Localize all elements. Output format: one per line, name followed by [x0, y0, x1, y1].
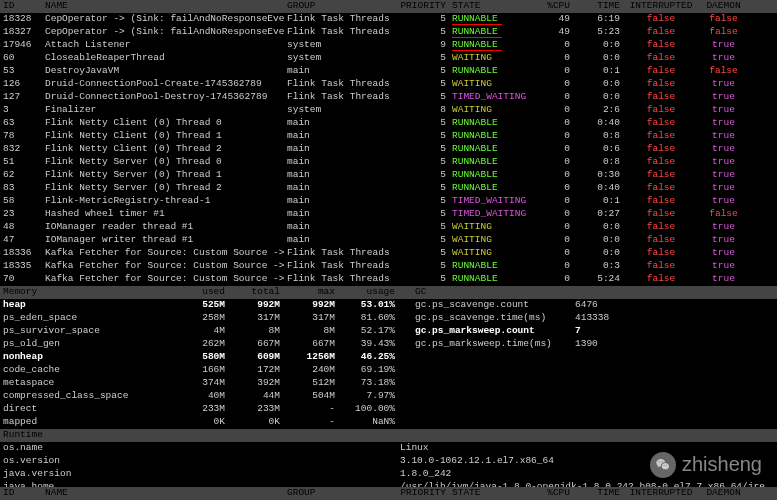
col-cpu: %CPU: [536, 0, 576, 13]
memory-row: metaspace374M392M512M73.18%: [0, 377, 777, 390]
table-row[interactable]: 58Flink-MetricRegistry-thread-1main5TIME…: [0, 195, 777, 208]
table-row[interactable]: 127Druid-ConnectionPool-Destroy-17453627…: [0, 91, 777, 104]
table-row[interactable]: 78Flink Netty Client (0) Thread 1main5RU…: [0, 130, 777, 143]
col-priority: PRIORITY: [397, 0, 452, 13]
memory-col-used: used: [170, 286, 225, 299]
col-state: STATE: [452, 0, 536, 13]
table-row[interactable]: 18335Kafka Fetcher for Source: Custom So…: [0, 260, 777, 273]
table-row[interactable]: 23Hashed wheel timer #1main5TIMED_WAITIN…: [0, 208, 777, 221]
memory-row: direct233M233M-100.00%: [0, 403, 777, 416]
table-row[interactable]: 18336Kafka Fetcher for Source: Custom So…: [0, 247, 777, 260]
watermark-text: zhisheng: [682, 451, 762, 478]
thread-table-header: ID NAME GROUP PRIORITY STATE %CPU TIME I…: [0, 0, 777, 13]
annotation-underline: [452, 37, 502, 38]
memory-col-max: max: [280, 286, 335, 299]
memory-col-total: total: [225, 286, 280, 299]
wechat-icon: [650, 452, 676, 478]
table-row[interactable]: 70Kafka Fetcher for Source: Custom Sourc…: [0, 273, 777, 286]
table-row[interactable]: 18328CepOperator -> (Sink: failAndNoResp…: [0, 13, 777, 26]
table-row[interactable]: 47IOManager writer thread #1main5WAITING…: [0, 234, 777, 247]
col-interrupted: INTERRUPTED: [626, 0, 696, 13]
memory-row: heap525M992M992M53.01%gc.ps_scavenge.cou…: [0, 299, 777, 312]
col-group: GROUP: [287, 0, 397, 13]
memory-header: Memory used total max usage GC: [0, 286, 777, 299]
memory-col-usage: usage: [335, 286, 395, 299]
table-row[interactable]: 832Flink Netty Client (0) Thread 2main5R…: [0, 143, 777, 156]
table-row[interactable]: 17946Attach Listenersystem9RUNNABLE00:0f…: [0, 39, 777, 52]
thread-table-header-bottom: ID NAME GROUP PRIORITY STATE %CPU TIME I…: [0, 487, 777, 500]
col-daemon: DAEMON: [696, 0, 751, 13]
memory-title: Memory: [0, 286, 170, 299]
memory-row: ps_old_gen262M667M667M39.43%gc.ps_marksw…: [0, 338, 777, 351]
col-id: ID: [0, 0, 45, 13]
table-row[interactable]: 60CloseableReaperThreadsystem5WAITING00:…: [0, 52, 777, 65]
annotation-underline: [452, 24, 502, 25]
memory-row: code_cache166M172M240M69.19%: [0, 364, 777, 377]
table-row[interactable]: 62Flink Netty Server (0) Thread 1main5RU…: [0, 169, 777, 182]
memory-body: heap525M992M992M53.01%gc.ps_scavenge.cou…: [0, 299, 777, 429]
memory-row: ps_survivor_space4M8M8M52.17%gc.ps_marks…: [0, 325, 777, 338]
table-row[interactable]: 18327CepOperator -> (Sink: failAndNoResp…: [0, 26, 777, 39]
annotation-underline: [452, 50, 502, 51]
memory-row: ps_eden_space258M317M317M81.60%gc.ps_sca…: [0, 312, 777, 325]
memory-row: compressed_class_space40M44M504M7.97%: [0, 390, 777, 403]
thread-table-body: 18328CepOperator -> (Sink: failAndNoResp…: [0, 13, 777, 286]
memory-row: nonheap580M609M1256M46.25%: [0, 351, 777, 364]
col-time: TIME: [576, 0, 626, 13]
col-name: NAME: [45, 0, 287, 13]
table-row[interactable]: 63Flink Netty Client (0) Thread 0main5RU…: [0, 117, 777, 130]
table-row[interactable]: 51Flink Netty Server (0) Thread 0main5RU…: [0, 156, 777, 169]
watermark: zhisheng: [650, 451, 762, 478]
table-row[interactable]: 3Finalizersystem8WAITING02:6falsetrue: [0, 104, 777, 117]
memory-row: mapped0K0K-NaN%: [0, 416, 777, 429]
runtime-header: Runtime: [0, 429, 777, 442]
table-row[interactable]: 83Flink Netty Server (0) Thread 2main5RU…: [0, 182, 777, 195]
table-row[interactable]: 53DestroyJavaVMmain5RUNNABLE00:1falsefal…: [0, 65, 777, 78]
table-row[interactable]: 48IOManager reader thread #1main5WAITING…: [0, 221, 777, 234]
runtime-title: Runtime: [0, 429, 170, 442]
table-row[interactable]: 126Druid-ConnectionPool-Create-174536278…: [0, 78, 777, 91]
memory-col-gc: GC: [395, 286, 555, 299]
